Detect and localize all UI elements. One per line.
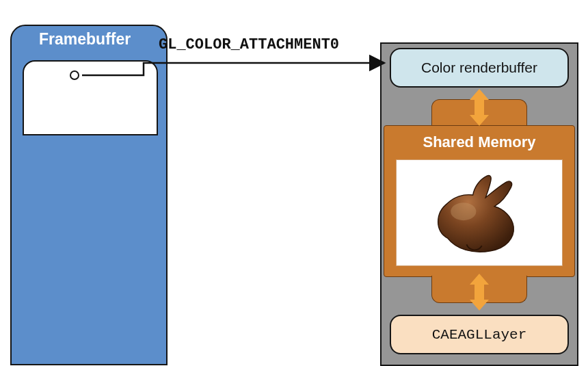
color-renderbuffer-label: Color renderbuffer xyxy=(421,60,537,76)
framebuffer-title: Framebuffer xyxy=(39,30,131,49)
attachment-point-icon xyxy=(70,70,79,80)
double-arrow-top-icon xyxy=(470,89,488,126)
framebuffer-block: Framebuffer xyxy=(10,25,168,365)
shared-memory-block: Shared Memory xyxy=(384,99,575,303)
caeagllayer-block: CAEAGLLayer xyxy=(390,315,569,354)
color-renderbuffer-block: Color renderbuffer xyxy=(390,48,569,88)
shared-memory-content xyxy=(396,159,563,266)
svg-point-0 xyxy=(451,202,476,220)
caeagllayer-label: CAEAGLLayer xyxy=(432,327,527,343)
bunny-3d-model-icon xyxy=(428,168,531,257)
framebuffer-attachment-slot xyxy=(23,60,158,135)
double-arrow-bottom-icon xyxy=(470,274,488,311)
attachment-constant-label: GL_COLOR_ATTACHMENT0 xyxy=(159,36,339,53)
shared-memory-title: Shared Memory xyxy=(384,133,575,151)
diagram-stage: GL_COLOR_ATTACHMENT0 Framebuffer Color r… xyxy=(0,0,588,366)
